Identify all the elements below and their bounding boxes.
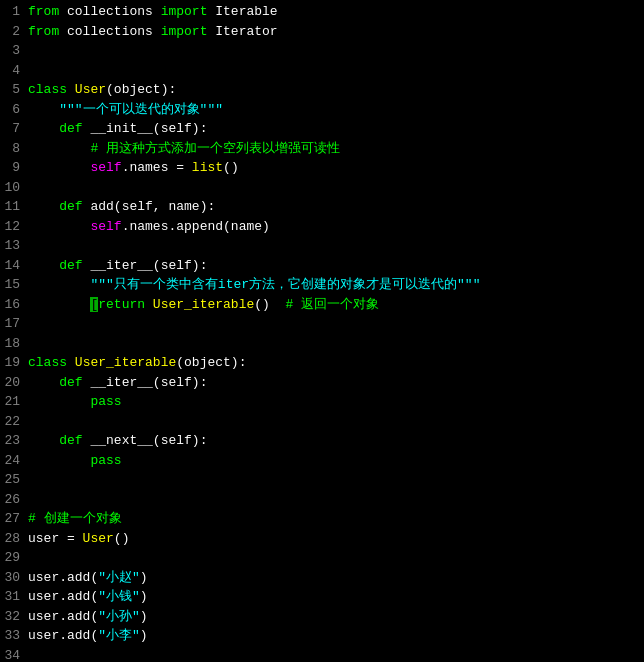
line-number: 9 — [0, 158, 28, 178]
line-content: from collections import Iterator — [28, 22, 644, 42]
code-token: def — [59, 258, 82, 273]
code-token: from — [28, 24, 59, 39]
code-token: (self): — [153, 375, 208, 390]
line-number: 20 — [0, 373, 28, 393]
code-line: 32user.add("小孙") — [0, 607, 644, 627]
code-token: () — [254, 297, 270, 312]
code-token: user.add( — [28, 628, 98, 643]
code-token: # 创建一个对象 — [28, 511, 122, 526]
code-line: 21 pass — [0, 392, 644, 412]
line-content: self.names.append(name) — [28, 217, 644, 237]
code-token — [28, 258, 59, 273]
line-number: 32 — [0, 607, 28, 627]
code-token: list — [192, 160, 223, 175]
code-token: () — [114, 531, 130, 546]
line-number: 17 — [0, 314, 28, 334]
line-content: def __iter__(self): — [28, 256, 644, 276]
line-number: 25 — [0, 470, 28, 490]
code-token — [28, 375, 59, 390]
line-number: 6 — [0, 100, 28, 120]
code-token: """只有一个类中含有iter方法，它创建的对象才是可以迭代的""" — [90, 277, 480, 292]
line-number: 4 — [0, 61, 28, 81]
code-token: "小钱" — [98, 589, 140, 604]
code-token: pass — [90, 453, 121, 468]
code-token: collections — [59, 4, 160, 19]
line-content: def __next__(self): — [28, 431, 644, 451]
line-number: 15 — [0, 275, 28, 295]
code-token — [28, 121, 59, 136]
code-line: 11 def add(self, name): — [0, 197, 644, 217]
line-content — [28, 646, 644, 663]
line-content — [28, 334, 644, 354]
code-token: """一个可以迭代的对象""" — [59, 102, 223, 117]
code-line: 15 """只有一个类中含有iter方法，它创建的对象才是可以迭代的""" — [0, 275, 644, 295]
line-content — [28, 490, 644, 510]
line-number: 30 — [0, 568, 28, 588]
line-content: self.names = list() — [28, 158, 644, 178]
code-token: .names.append(name) — [122, 219, 270, 234]
line-number: 2 — [0, 22, 28, 42]
code-line: 33user.add("小李") — [0, 626, 644, 646]
line-content: pass — [28, 392, 644, 412]
line-number: 8 — [0, 139, 28, 159]
code-line: 13 — [0, 236, 644, 256]
code-token: (self): — [153, 258, 208, 273]
code-token — [28, 199, 59, 214]
code-token: User — [83, 531, 114, 546]
line-content — [28, 314, 644, 334]
line-content — [28, 61, 644, 81]
code-token: __next__ — [90, 433, 152, 448]
line-number: 31 — [0, 587, 28, 607]
code-line: 16 [return User_iterable() # 返回一个对象 — [0, 295, 644, 315]
line-number: 16 — [0, 295, 28, 315]
code-token: __init__ — [90, 121, 152, 136]
line-number: 33 — [0, 626, 28, 646]
code-token: .names = — [122, 160, 192, 175]
code-token: User_iterable — [153, 297, 254, 312]
line-number: 11 — [0, 197, 28, 217]
code-token: user.add( — [28, 570, 98, 585]
line-content: user = User() — [28, 529, 644, 549]
code-line: 23 def __next__(self): — [0, 431, 644, 451]
code-token — [28, 297, 90, 312]
code-token: import — [161, 4, 208, 19]
line-content: [return User_iterable() # 返回一个对象 — [28, 295, 644, 315]
line-number: 13 — [0, 236, 28, 256]
code-line: 2from collections import Iterator — [0, 22, 644, 42]
code-token — [145, 297, 153, 312]
line-content: # 用这种方式添加一个空列表以增强可读性 — [28, 139, 644, 159]
code-line: 18 — [0, 334, 644, 354]
code-token — [28, 394, 90, 409]
code-token: "小赵" — [98, 570, 140, 585]
line-content: # 创建一个对象 — [28, 509, 644, 529]
line-content: user.add("小赵") — [28, 568, 644, 588]
code-line: 9 self.names = list() — [0, 158, 644, 178]
code-token — [28, 219, 90, 234]
line-number: 5 — [0, 80, 28, 100]
code-token: self — [90, 160, 121, 175]
code-token: import — [161, 24, 208, 39]
line-number: 18 — [0, 334, 28, 354]
code-token: # 用这种方式添加一个空列表以增强可读性 — [28, 141, 340, 156]
code-token: User_iterable — [75, 355, 176, 370]
code-token: user = — [28, 531, 83, 546]
code-line: 4 — [0, 61, 644, 81]
code-token — [28, 433, 59, 448]
code-line: 19class User_iterable(object): — [0, 353, 644, 373]
line-number: 22 — [0, 412, 28, 432]
line-number: 12 — [0, 217, 28, 237]
code-token: return — [98, 297, 145, 312]
code-token — [67, 355, 75, 370]
code-line: 20 def __iter__(self): — [0, 373, 644, 393]
line-number: 26 — [0, 490, 28, 510]
code-token: def — [59, 375, 82, 390]
line-content: from collections import Iterable — [28, 2, 644, 22]
code-token: user.add( — [28, 589, 98, 604]
line-content: pass — [28, 451, 644, 471]
code-token: __iter__ — [90, 258, 152, 273]
code-token — [28, 453, 90, 468]
code-line: 31user.add("小钱") — [0, 587, 644, 607]
code-token: user.add( — [28, 609, 98, 624]
code-token: add — [90, 199, 113, 214]
line-content — [28, 412, 644, 432]
